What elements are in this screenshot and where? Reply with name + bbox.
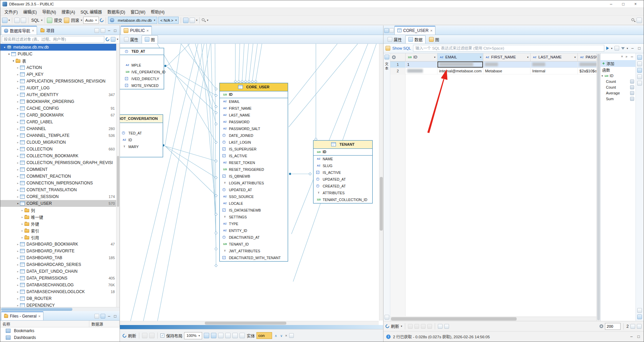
data-cell[interactable] [578,61,596,68]
metadata-panel-icon[interactable] [637,74,642,79]
tree-item[interactable]: ▸DATABASECHANGELOGLOCK18 [0,288,120,295]
group-expand-icon[interactable]: ▾ [602,74,603,77]
grid-vertical-scrollbar[interactable] [596,53,600,321]
references-panel-icon[interactable] [637,81,642,86]
grid-tool-caret-icon[interactable]: ▾ [196,19,197,22]
entity-column[interactable]: ✓MOTE_SYNCED [120,82,164,89]
column-header-id[interactable]: 123ID▾ [406,53,437,61]
apply-filter-icon[interactable] [606,47,609,50]
menu-item[interactable]: 编辑(E) [20,8,39,15]
funnel-caret-icon[interactable]: ▾ [627,47,628,50]
expand-arrow-icon[interactable]: ▸ [16,175,20,178]
sort-caret-icon[interactable]: ▾ [480,56,481,59]
tab-core-user[interactable]: CORE_USER × [394,26,435,35]
erd-entity-clip1[interactable]: TED_ATAZMPLE123IVE_OPERATION_ID✓IVED_DIR… [120,48,164,89]
entity-column[interactable]: AZLAST_NAME [220,112,288,119]
grid-corner-cell[interactable] [390,53,406,61]
expand-arrow-icon[interactable]: ▸ [16,284,20,287]
search-close-icon[interactable]: × [285,334,287,338]
maximize-window-button[interactable]: □ [617,1,629,7]
data-options-icon[interactable] [444,324,449,329]
refresh-data-label[interactable]: 刷新 [391,323,399,329]
filter-caret-icon[interactable]: ▾ [117,38,118,41]
entity-search-input[interactable] [256,332,272,339]
erd-canvas[interactable]: TED_ATAZMPLE123IVE_OPERATION_ID✓IVED_DIR… [120,44,383,325]
fetch-next-page-icon[interactable] [630,324,635,329]
table-row[interactable]: 2internal@metabase.comMetabaseInternal$2… [390,68,596,74]
tree-item[interactable]: ▸ACTION [0,64,120,71]
tree-item[interactable]: ▸索引 [0,227,120,234]
tree-item[interactable]: ▸CACHE_CONFIG91 [0,105,120,112]
tree-item[interactable]: ▾CORE_USER570 [0,200,120,207]
tree-item[interactable]: ▾PUBLIC [0,51,120,57]
tree-item[interactable]: ▸CONNECTION_IMPERSONATIONS [0,180,120,186]
add-entity-icon[interactable] [225,333,231,338]
files-refresh-icon[interactable] [101,314,105,319]
entity-column[interactable]: AZPASSWORD [220,119,288,125]
entity-column[interactable]: UPDATED_AT [314,176,372,183]
edit-filter-icon[interactable] [614,46,619,51]
new-connection-icon[interactable] [2,18,7,23]
expand-arrow-icon[interactable]: ▸ [16,155,20,158]
expand-arrow-icon[interactable]: ▸ [16,270,20,273]
entity-column[interactable] [120,123,163,130]
entity-column[interactable]: 123RESET_TRIGGERED [220,166,288,173]
data-cell[interactable]: Internal [531,68,578,74]
menu-item[interactable]: 帮助(H) [148,8,167,15]
diagram-vertical-scrollbar[interactable] [379,44,383,321]
schema-select[interactable]: < N/A > ▾ [158,17,179,24]
minimize-panel-icon[interactable]: – [107,28,111,33]
data-cell[interactable]: Metabase [483,68,531,74]
tab-files-general[interactable]: Files - General × [1,311,43,320]
close-icon[interactable]: × [32,29,34,33]
data-cell[interactable] [483,61,531,68]
tree-item[interactable]: ▸API_KEY [0,71,120,78]
expand-arrow-icon[interactable]: ▸ [16,277,20,280]
data-cell[interactable]: $2a$10$o... [578,68,596,74]
subtab-diagram[interactable]: 图 [426,35,442,43]
expand-panel-icon[interactable]: » [625,55,628,58]
menu-item[interactable]: 窗口(W) [128,8,148,15]
tree-item[interactable]: ▾metabase.db.mv.db [0,44,120,51]
print-diagram-icon[interactable] [232,333,238,338]
refresh-data-icon[interactable] [385,324,390,329]
entity-column[interactable]: AZLOCALE [220,200,288,207]
expand-arrow-icon[interactable]: ▸ [16,161,20,164]
gear-icon[interactable] [392,55,396,59]
search-options-icon[interactable] [289,333,294,338]
expand-arrow-icon[interactable]: ▸ [16,243,20,246]
panel-settings-icon[interactable] [637,308,642,313]
tree-item[interactable]: ▸DASHBOARDCARD_SERIES [0,261,120,268]
save-data-icon[interactable] [427,324,432,329]
expand-arrow-icon[interactable]: ▸ [20,229,24,232]
entity-column[interactable]: TED_AT [120,48,164,55]
rollback-button[interactable]: 回滚 [70,17,80,23]
menu-item[interactable]: 文件(F) [2,8,20,15]
entity-column[interactable]: AZSSO_SOURCE [220,193,288,200]
editor-menu-icon[interactable] [384,28,389,33]
connection-dropdown-icon[interactable]: ▾ [8,19,10,22]
tree-item[interactable]: ▸COLLECTION660 [0,146,120,152]
expand-arrow-icon[interactable]: ▾ [11,59,16,62]
minimize-panel-icon[interactable]: – [107,314,111,319]
functions-group-row[interactable]: ▾ 123 ID [601,73,636,79]
expand-arrow-icon[interactable]: ▸ [16,297,20,300]
expand-arrow-icon[interactable]: ▾ [7,53,11,56]
entity-column[interactable]: DATE_JOINED [220,132,288,139]
column-header-password[interactable]: AZPASSWORD▾ [578,53,596,61]
tree-item[interactable]: ▸DASHBOARD_BOOKMARK47 [0,241,120,248]
sql-menu-button[interactable]: SQL [31,18,40,23]
list-item[interactable]: Dashboards [0,334,120,341]
refresh-tx-icon[interactable] [99,18,105,23]
perspective-icon[interactable] [637,18,642,23]
tab-public-diagram[interactable]: PUBLIC × [121,26,152,35]
expand-arrow-icon[interactable]: ▸ [16,127,20,130]
expand-arrow-icon[interactable]: ▾ [16,202,20,205]
menu-item[interactable]: 数据库(D) [105,8,128,15]
undo-diagram-icon[interactable] [149,333,155,338]
link-editor-icon[interactable] [94,28,99,33]
tree-item[interactable]: ▸COLLECTION_PERMISSION_GRAPH_REVISI [0,159,120,166]
expand-arrow-icon[interactable]: ▸ [16,250,20,253]
expand-arrow-icon[interactable]: ▸ [16,263,20,266]
grid-horizontal-scrollbar[interactable] [390,317,596,321]
